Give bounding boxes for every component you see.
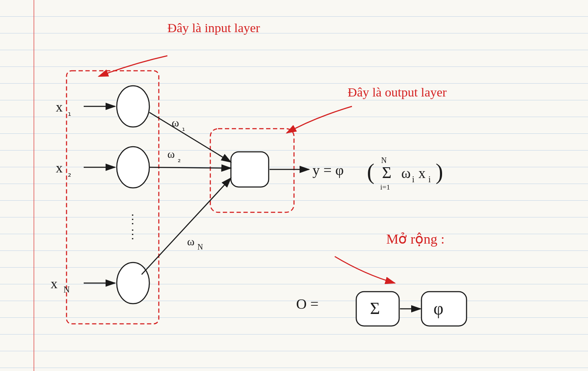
svg-text:₂: ₂	[68, 169, 71, 178]
svg-line-4	[149, 167, 231, 168]
label-x2: x	[56, 160, 63, 175]
weight-label-2: ω	[167, 148, 175, 160]
svg-text:x: x	[418, 166, 426, 181]
svg-line-5	[142, 178, 231, 274]
label-x1: x	[56, 99, 63, 115]
weight-label-n: ω	[187, 235, 194, 248]
weight-label-1: ω	[172, 117, 179, 129]
output-layer-text: Đây là output layer	[348, 85, 447, 99]
input-layer-text: Đây là input layer	[167, 21, 260, 35]
svg-text:₁: ₁	[182, 124, 185, 133]
svg-text:Σ: Σ	[382, 163, 391, 181]
svg-text:N: N	[381, 156, 387, 165]
input-node-2	[117, 147, 149, 188]
svg-text:i: i	[428, 175, 431, 184]
svg-text:): )	[436, 160, 443, 184]
svg-text:i=1: i=1	[380, 183, 390, 191]
expand-phi-box	[421, 292, 467, 326]
svg-text:₁: ₁	[68, 108, 71, 118]
svg-text:Σ: Σ	[370, 299, 380, 318]
svg-text:φ: φ	[433, 299, 443, 318]
expand-label: Mở rộng :	[386, 231, 445, 247]
dots-label: ⋮	[127, 212, 139, 226]
svg-text:N: N	[64, 285, 70, 294]
svg-text:i: i	[412, 175, 415, 184]
svg-text:N: N	[197, 243, 203, 251]
diagram-canvas: x ₁ x ₂ x N ⋮ ⋮ ω ₁ ω ₂ ω N y = φ ( Σ N …	[0, 0, 588, 371]
output-layer-arrow	[287, 106, 352, 133]
svg-text:₂: ₂	[178, 155, 181, 164]
input-node-n	[117, 262, 149, 304]
input-node-1	[117, 86, 149, 127]
svg-line-3	[149, 112, 231, 162]
input-layer-arrow	[99, 56, 167, 76]
expand-arrow	[335, 256, 395, 283]
svg-text:ω: ω	[401, 166, 411, 181]
output-node	[231, 152, 269, 187]
label-xn: x	[51, 276, 58, 291]
svg-text:(: (	[367, 160, 374, 184]
svg-text:⋮: ⋮	[127, 227, 139, 241]
expand-o-label: O =	[296, 296, 318, 312]
formula-y: y = φ	[312, 162, 344, 178]
